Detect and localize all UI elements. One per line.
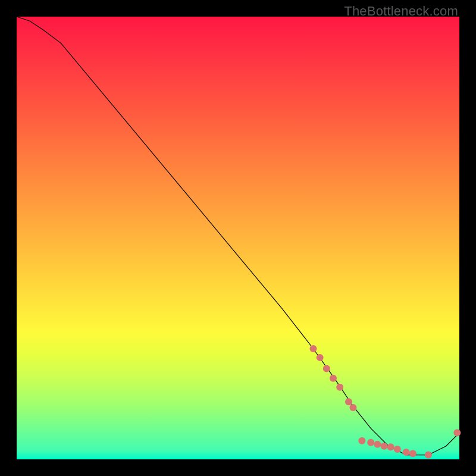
data-marker [453, 429, 461, 436]
marker-group [309, 345, 461, 459]
data-marker [425, 452, 432, 459]
data-marker [309, 345, 317, 352]
data-marker [345, 398, 352, 405]
data-marker [403, 449, 410, 456]
line-series [17, 17, 459, 455]
data-marker [330, 375, 337, 382]
data-marker [374, 441, 381, 448]
data-marker [336, 384, 343, 391]
chart-svg [17, 17, 459, 459]
data-marker [349, 404, 356, 411]
data-marker [394, 446, 401, 453]
data-marker [323, 365, 330, 372]
data-marker [381, 443, 388, 450]
chart-container: TheBottleneck.com [0, 0, 476, 476]
data-marker [317, 354, 324, 361]
data-marker [409, 450, 416, 457]
data-marker [387, 443, 394, 450]
data-marker [367, 439, 374, 446]
data-marker [358, 437, 365, 444]
